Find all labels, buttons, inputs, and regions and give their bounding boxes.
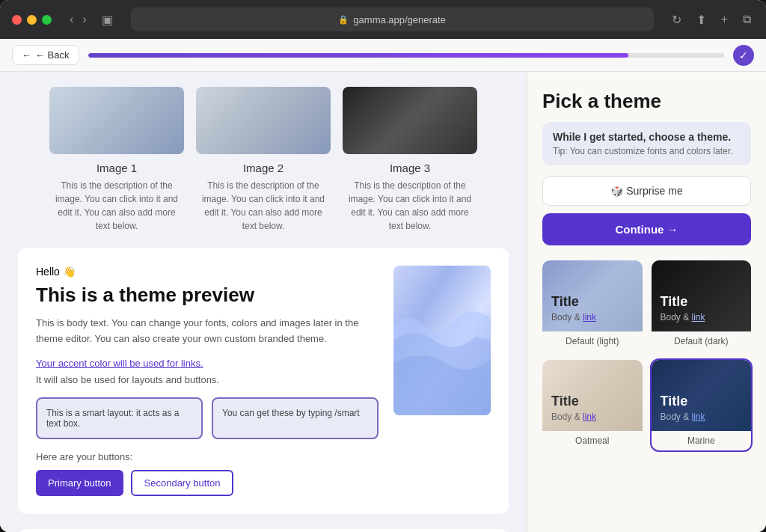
primary-button[interactable]: Primary button — [36, 470, 123, 496]
hint-title: While I get started, choose a theme. — [553, 131, 741, 143]
theme-label-oatmeal: Oatmeal — [542, 431, 643, 450]
image-card-3[interactable]: Image 3 This is the description of the i… — [343, 87, 477, 233]
image-cards: Image 1 This is the description of the i… — [18, 87, 509, 233]
image-card-1[interactable]: Image 1 This is the description of the i… — [49, 87, 184, 233]
hello-badge: Hello 👋 — [36, 266, 379, 278]
image-title-2: Image 2 — [196, 162, 331, 174]
theme-card-link-marine: link — [692, 412, 705, 422]
new-tab-button[interactable]: + — [718, 10, 731, 30]
tabs-button[interactable]: ⧉ — [740, 10, 754, 30]
image-card-2[interactable]: Image 2 This is the description of the i… — [196, 87, 331, 233]
theme-text-content: Hello 👋 This is a theme preview This is … — [36, 266, 379, 496]
theme-grid: Title Body & link Default (light) Title — [542, 260, 751, 450]
theme-card-default-dark[interactable]: Title Body & link Default (dark) — [652, 260, 752, 351]
theme-card-body-marine: Body & link — [661, 412, 743, 422]
address-bar[interactable]: 🔒 gamma.app/generate — [131, 7, 654, 31]
theme-card-title-light: Title — [551, 294, 634, 310]
theme-body: This is body text. You can change your f… — [36, 316, 379, 347]
smart-layouts: This is a smart layout: it acts as a tex… — [36, 397, 379, 439]
forward-nav-button[interactable]: › — [79, 10, 89, 29]
image-placeholder-3 — [343, 87, 477, 154]
maximize-button[interactable] — [42, 15, 52, 25]
image-title-3: Image 3 — [343, 162, 477, 174]
wave-image — [393, 266, 491, 415]
theme-label-dark: Default (dark) — [652, 331, 752, 351]
button-row: Primary button Secondary button — [36, 470, 379, 496]
theme-label-marine: Marine — [652, 431, 752, 450]
theme-card-body-dark: Body & link — [661, 312, 743, 322]
hint-body: Tip: You can customize fonts and colors … — [553, 146, 741, 156]
complete-check-icon: ✓ — [733, 45, 754, 66]
preview-panel: Image 1 This is the description of the i… — [0, 72, 527, 532]
theme-panel: Pick a theme While I get started, choose… — [527, 72, 766, 532]
back-arrow-icon: ← — [22, 49, 31, 61]
progress-bar — [88, 53, 724, 58]
back-nav-button[interactable]: ‹ — [67, 10, 76, 29]
image-placeholder-2 — [196, 87, 331, 154]
continue-button[interactable]: Continue → — [542, 213, 751, 245]
minimize-button[interactable] — [27, 15, 37, 25]
refresh-button[interactable]: ↻ — [669, 10, 684, 30]
traffic-lights — [12, 15, 52, 25]
back-button[interactable]: ← ← Back — [12, 45, 79, 65]
surprise-label: Surprise me — [626, 185, 682, 197]
image-desc-1: This is the description of the image. Yo… — [49, 179, 184, 233]
smart-box-1[interactable]: This is a smart layout: it acts as a tex… — [36, 397, 203, 439]
theme-body-2: It will also be used for layouts and but… — [36, 374, 379, 385]
image-desc-2: This is the description of the image. Yo… — [196, 179, 331, 233]
theme-heading: This is a theme preview — [36, 284, 379, 307]
theme-card-body-oatmeal: Body & link — [551, 412, 634, 422]
surprise-me-button[interactable]: 🎲 Surprise me — [542, 176, 751, 206]
progress-fill — [88, 53, 629, 58]
theme-card-marine[interactable]: Title Body & link Marine — [652, 360, 752, 450]
theme-card-link-oatmeal: link — [583, 412, 596, 422]
back-label: ← Back — [35, 49, 70, 61]
theme-card-oatmeal[interactable]: Title Body & link Oatmeal — [542, 360, 643, 450]
theme-panel-title: Pick a theme — [542, 90, 751, 113]
second-section: This is also a heading This is a title — [18, 529, 509, 532]
theme-card-title-dark: Title — [661, 294, 743, 310]
theme-card-body-light: Body & link — [551, 312, 634, 322]
theme-preview-card: Hello 👋 This is a theme preview This is … — [18, 248, 509, 514]
smart-box-2[interactable]: You can get these by typing /smart — [212, 397, 379, 439]
lock-icon: 🔒 — [338, 15, 349, 25]
theme-card-title-marine: Title — [661, 394, 743, 409]
image-title-1: Image 1 — [49, 162, 184, 174]
dice-icon: 🎲 — [610, 185, 623, 197]
theme-accent-link[interactable]: Your accent color will be used for links… — [36, 358, 203, 369]
browser-window: ‹ › ▣ 🔒 gamma.app/generate ↻ ⬆ + ⧉ ← ← B… — [0, 0, 766, 532]
image-desc-3: This is the description of the image. Yo… — [343, 179, 477, 233]
image-placeholder-1 — [49, 87, 184, 154]
buttons-label: Here are your buttons: — [36, 451, 379, 462]
titlebar: ‹ › ▣ 🔒 gamma.app/generate ↻ ⬆ + ⧉ — [0, 0, 766, 39]
theme-card-link-light: link — [583, 312, 596, 322]
theme-card-link-dark: link — [692, 312, 705, 322]
app-toolbar: ← ← Back ✓ — [0, 39, 766, 72]
main-content: Image 1 This is the description of the i… — [0, 72, 766, 532]
theme-hint-box: While I get started, choose a theme. Tip… — [542, 122, 751, 165]
theme-card-title-oatmeal: Title — [551, 394, 634, 409]
theme-card-default-light[interactable]: Title Body & link Default (light) — [542, 260, 643, 351]
close-button[interactable] — [12, 15, 22, 25]
url-text: gamma.app/generate — [353, 14, 446, 25]
content-area: ← ← Back ✓ Image 1 This is t — [0, 39, 766, 532]
sidebar-toggle-button[interactable]: ▣ — [99, 10, 116, 30]
share-button[interactable]: ⬆ — [693, 10, 709, 30]
secondary-button[interactable]: Secondary button — [131, 470, 234, 496]
theme-label-light: Default (light) — [542, 331, 643, 351]
